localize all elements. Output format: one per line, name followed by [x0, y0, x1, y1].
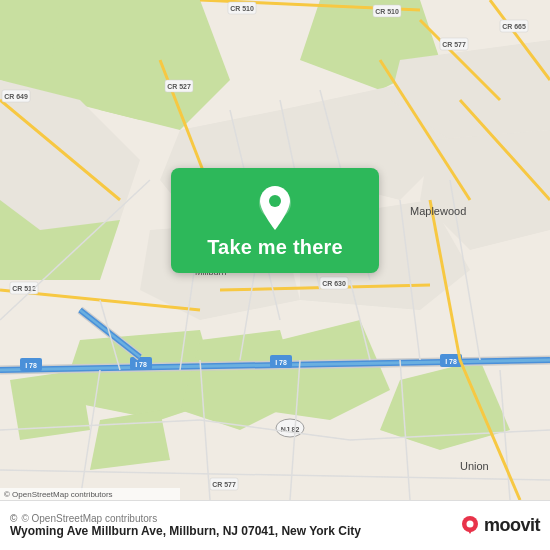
svg-text:CR 512: CR 512 [12, 285, 36, 292]
svg-text:I 78: I 78 [25, 362, 37, 369]
svg-text:CR 510: CR 510 [230, 5, 254, 12]
svg-text:CR 577: CR 577 [212, 481, 236, 488]
svg-text:I 78: I 78 [445, 358, 457, 365]
svg-point-89 [269, 195, 281, 207]
svg-text:CR 665: CR 665 [502, 23, 526, 30]
osm-text: © OpenStreetMap contributors [21, 513, 157, 524]
svg-text:CR 510: CR 510 [375, 8, 399, 15]
moovit-brand-text: moovit [484, 515, 540, 536]
moovit-logo: moovit [459, 515, 540, 537]
svg-text:I 78: I 78 [135, 361, 147, 368]
svg-text:CR 649: CR 649 [4, 93, 28, 100]
svg-point-91 [466, 520, 473, 527]
map-container: CR 510 CR 510 CR 649 CR 527 CR 577 CR 66… [0, 0, 550, 500]
take-me-there-label: Take me there [207, 236, 343, 259]
osm-logo: © [10, 513, 17, 524]
svg-text:Union: Union [460, 460, 489, 472]
osm-attribution: © © OpenStreetMap contributors [10, 513, 361, 524]
svg-text:Maplewood: Maplewood [410, 205, 466, 217]
svg-text:CR 577: CR 577 [442, 41, 466, 48]
svg-text:CR 527: CR 527 [167, 83, 191, 90]
svg-text:CR 630: CR 630 [322, 280, 346, 287]
address-section: © © OpenStreetMap contributors Wyoming A… [10, 513, 361, 538]
address-text: Wyoming Ave Millburn Ave, Millburn, NJ 0… [10, 524, 361, 538]
location-pin-icon [256, 186, 294, 230]
svg-text:I 78: I 78 [275, 359, 287, 366]
moovit-icon [459, 515, 481, 537]
take-me-there-button[interactable]: Take me there [171, 168, 379, 273]
svg-text:© OpenStreetMap contributors: © OpenStreetMap contributors [4, 490, 113, 499]
bottom-bar: © © OpenStreetMap contributors Wyoming A… [0, 500, 550, 550]
